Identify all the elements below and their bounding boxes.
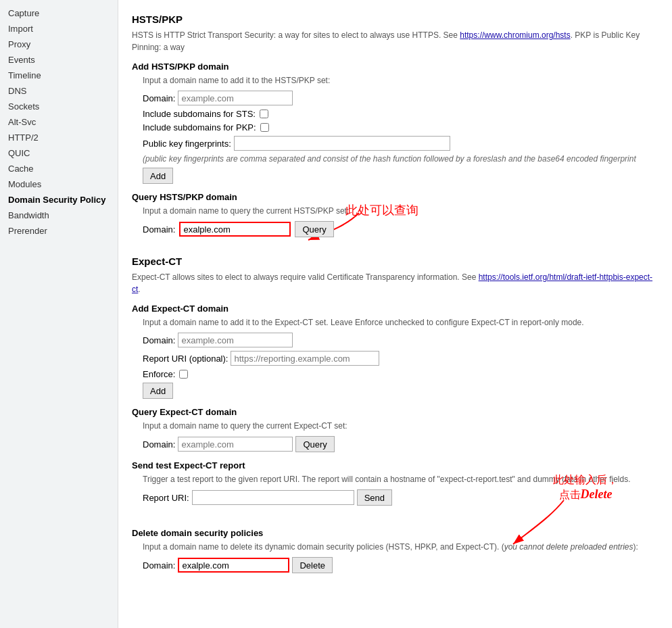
pkp-subdomains-group: Include subdomains for PKP:: [143, 122, 658, 132]
send-test-title: Send test Expect-CT report: [132, 460, 658, 470]
add-expect-ct-instruction: Input a domain name to add it to the Exp…: [143, 316, 658, 329]
query-hsts-domain-label: Domain:: [143, 224, 175, 235]
enforce-checkbox[interactable]: [179, 370, 188, 379]
query-hsts-domain-group: Domain: Query: [143, 221, 658, 237]
enforce-label: Enforce:: [143, 369, 175, 379]
sidebar-item-capture[interactable]: Capture: [0, 5, 118, 21]
delete-domain-group: Domain: Delete: [143, 557, 658, 573]
pkp-subdomains-checkbox[interactable]: [260, 123, 269, 132]
sidebar: Capture Import Proxy Events Timeline DNS…: [0, 0, 118, 628]
pkp-subdomains-label: Include subdomains for PKP:: [143, 122, 256, 132]
add-hsts-button-group: Add: [143, 168, 658, 184]
expect-ct-title: Expect-CT: [132, 256, 658, 267]
query-expect-ct-title: Query Expect-CT domain: [132, 407, 658, 417]
send-test-report-uri-input[interactable]: [192, 490, 354, 505]
sts-subdomains-group: Include subdomains for STS:: [143, 109, 658, 119]
query-expect-ct-button[interactable]: Query: [295, 436, 334, 452]
sidebar-item-cache[interactable]: Cache: [0, 161, 118, 176]
sts-subdomains-label: Include subdomains for STS:: [143, 109, 256, 119]
hsts-link[interactable]: https://www.chromium.org/hsts: [460, 30, 570, 40]
query-hsts-button[interactable]: Query: [295, 221, 333, 237]
report-uri-group: Report URI (optional):: [143, 351, 658, 366]
delete-domain-label: Domain:: [143, 560, 175, 571]
hsts-desc: HSTS is HTTP Strict Transport Security: …: [132, 29, 658, 53]
fingerprints-note: (public key fingerprints are comma separ…: [143, 154, 658, 164]
hsts-pkp-title: HSTS/PKP: [132, 14, 658, 25]
add-hsts-domain-group: Domain:: [143, 91, 658, 105]
sts-subdomains-checkbox[interactable]: [260, 110, 268, 118]
sidebar-item-domain-security-policy[interactable]: Domain Security Policy: [0, 192, 118, 208]
add-expect-ct-domain-input[interactable]: [178, 333, 293, 347]
sidebar-item-sockets[interactable]: Sockets: [0, 99, 118, 114]
add-hsts-domain-input[interactable]: [178, 91, 293, 105]
delete-arrow: [510, 497, 591, 551]
add-hsts-button[interactable]: Add: [143, 168, 173, 184]
add-expect-ct-button[interactable]: Add: [143, 383, 173, 399]
delete-domain-input[interactable]: [178, 558, 289, 573]
sidebar-item-modules[interactable]: Modules: [0, 176, 118, 192]
sidebar-item-dns[interactable]: DNS: [0, 83, 118, 99]
sidebar-item-bandwidth[interactable]: Bandwidth: [0, 208, 118, 223]
sidebar-item-proxy[interactable]: Proxy: [0, 37, 118, 52]
sidebar-item-alt-svc[interactable]: Alt-Svc: [0, 114, 118, 130]
delete-annotation-text1: 此处输入后，: [553, 473, 618, 487]
report-uri-input[interactable]: [231, 351, 379, 366]
query-expect-ct-domain-label: Domain:: [143, 439, 175, 450]
add-hsts-pkp-title: Add HSTS/PKP domain: [132, 62, 658, 72]
sidebar-item-import[interactable]: Import: [0, 21, 118, 37]
fingerprints-input[interactable]: [234, 136, 450, 151]
add-expect-ct-domain-label: Domain:: [143, 335, 175, 345]
send-button[interactable]: Send: [357, 489, 392, 506]
query-expect-ct-domain-group: Domain: Query: [143, 436, 658, 452]
sidebar-item-http2[interactable]: HTTP/2: [0, 130, 118, 145]
report-uri-label: Report URI (optional):: [143, 354, 228, 364]
add-expect-ct-domain-group: Domain:: [143, 333, 658, 347]
sidebar-item-prerender[interactable]: Prerender: [0, 223, 118, 239]
sidebar-item-timeline[interactable]: Timeline: [0, 68, 118, 83]
sidebar-item-events[interactable]: Events: [0, 52, 118, 68]
enforce-group: Enforce:: [143, 369, 658, 379]
add-hsts-instruction: Input a domain name to add it to the HST…: [143, 74, 658, 87]
fingerprints-group: Public key fingerprints:: [143, 136, 658, 151]
add-hsts-domain-label: Domain:: [143, 93, 175, 103]
query-expect-ct-domain-input[interactable]: [178, 437, 293, 452]
query-expect-ct-instruction: Input a domain name to query the current…: [143, 420, 658, 432]
delete-button[interactable]: Delete: [292, 557, 333, 573]
add-expect-ct-title: Add Expect-CT domain: [132, 304, 658, 314]
sidebar-item-quic[interactable]: QUIC: [0, 145, 118, 161]
fingerprints-label: Public key fingerprints:: [143, 139, 231, 149]
send-test-report-uri-label: Report URI:: [143, 493, 189, 503]
main-content: HSTS/PKP HSTS is HTTP Strict Transport S…: [118, 0, 672, 628]
expect-ct-desc: Expect-CT allows sites to elect to alway…: [132, 271, 658, 295]
query-hsts-pkp-title: Query HSTS/PKP domain: [132, 192, 658, 202]
add-expect-ct-button-group: Add: [143, 383, 658, 399]
query-hsts-domain-input[interactable]: [179, 222, 291, 237]
